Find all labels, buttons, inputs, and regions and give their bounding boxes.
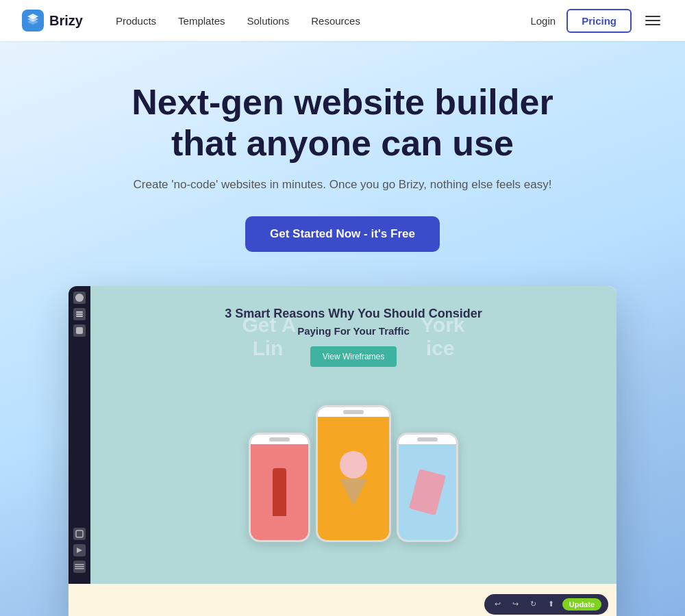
svg-rect-4 [76,530,83,537]
editor-mockup: Get A York Lin ice 3 Smart Reasons Why Y… [68,286,616,616]
preview-cta-button[interactable]: View Wireframes [310,346,397,367]
update-badge[interactable]: Update [562,598,601,611]
hamburger-menu[interactable] [643,13,663,28]
phone-screen-center [318,417,389,540]
icecream-scoop [340,451,367,478]
hamburger-line-2 [645,20,660,21]
phone-notch-left [269,437,290,441]
icecream-cone [340,478,367,506]
hero-heading-line1: Next-gen website builder [132,82,553,122]
settings-sq [76,327,83,334]
phone-screen-right [399,444,456,540]
hamburger-line-3 [645,24,660,25]
brand-name: Brizy [49,13,83,29]
nav-products[interactable]: Products [116,15,156,27]
svg-rect-1 [76,311,83,313]
sidebar-bottom-icon-1[interactable] [73,528,86,540]
phone-left [249,433,310,542]
logo[interactable]: Brizy [22,10,83,31]
phone-center [316,405,391,542]
hero-section: Next-gen website builder that anyone can… [0,41,685,616]
svg-rect-6 [75,566,84,567]
preview-card-title: 3 Smart Reasons Why You Should Consider [104,307,603,321]
phones-display [90,405,616,542]
update-toolbar: ↩ ↪ ↻ ⬆ Update [484,594,608,615]
hero-heading: Next-gen website builder that anyone can… [14,82,671,164]
icecream-graphic [340,451,367,506]
lipstick-graphic [273,468,286,516]
sidebar-bottom-icon-2[interactable] [73,544,86,556]
hero-heading-line2: that anyone can use [171,123,514,163]
editor-canvas: Get A York Lin ice 3 Smart Reasons Why Y… [90,286,616,584]
sidebar-bottom-icon-3[interactable] [73,561,86,573]
preview-card: 3 Smart Reasons Why You Should Consider … [90,286,616,398]
nav-links: Products Templates Solutions Resources [116,15,531,27]
svg-rect-7 [75,568,84,569]
phone-notch-right [417,437,438,441]
sidebar-icon-circle[interactable] [73,292,86,304]
pricing-button[interactable]: Pricing [566,9,632,33]
circle-icon [75,294,84,302]
navbar: Brizy Products Templates Solutions Resou… [0,0,685,41]
sidebar-icon-layers[interactable] [73,308,86,320]
brizy-logo-icon [22,10,44,31]
svg-rect-5 [75,564,84,565]
redo-icon[interactable]: ↪ [509,598,523,611]
geo-graphic [409,468,446,515]
export-icon[interactable]: ⬆ [545,598,558,611]
nav-solutions[interactable]: Solutions [247,15,289,27]
hamburger-line-1 [645,16,660,17]
svg-rect-3 [76,316,83,317]
nav-resources[interactable]: Resources [311,15,360,27]
phone-screen-left [251,444,308,540]
svg-rect-2 [76,313,83,315]
hero-subtitle: Create 'no-code' websites in minutes. On… [14,178,671,192]
cta-button[interactable]: Get Started Now - it's Free [245,216,440,252]
preview-card-subtitle: Paying For Your Traffic [104,325,603,337]
undo-icon[interactable]: ↩ [491,598,505,611]
nav-right: Login Pricing [530,9,663,33]
refresh-icon[interactable]: ↻ [527,598,540,611]
editor-sidebar [68,286,90,584]
nav-templates[interactable]: Templates [178,15,225,27]
mockup-bottom-bar: ↩ ↪ ↻ ⬆ Update [68,584,616,616]
sidebar-bottom [73,528,86,578]
sidebar-icon-settings[interactable] [73,324,86,337]
editor-inner: Get A York Lin ice 3 Smart Reasons Why Y… [68,286,616,584]
login-button[interactable]: Login [530,15,556,27]
phone-right [397,433,458,542]
phone-notch-center [343,410,364,414]
